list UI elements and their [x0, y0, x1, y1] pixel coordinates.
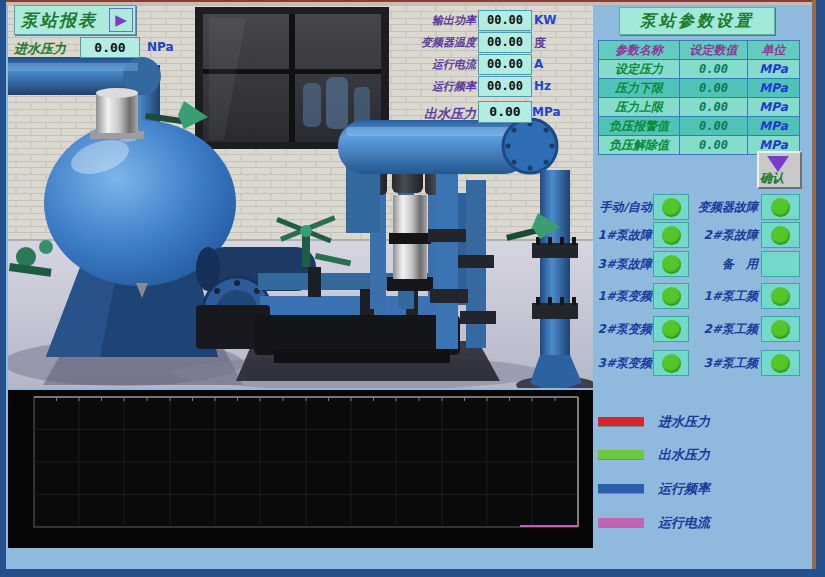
legend-swatch-inlet-pressure [598, 417, 644, 426]
param-table-header-unit: 单位 [748, 41, 800, 60]
legend-label-inlet-pressure: 进水压力 [658, 413, 710, 431]
inverter-temp-value: 00.00 [478, 32, 532, 53]
status-label-pump1-vfd: 1#泵变频 [582, 288, 652, 305]
param-table-header-value: 设定数值 [680, 41, 748, 60]
status-label-pump2-vfd: 2#泵变频 [582, 321, 652, 338]
trend-chart-plot [8, 390, 593, 548]
inlet-pressure-unit: NPa [147, 40, 174, 54]
status-label-pump3-mains: 3#泵工频 [686, 355, 758, 372]
inlet-pressure-label: 进水压力 [14, 40, 66, 58]
table-row: 压力下限 0.00 MPa [599, 79, 800, 98]
status-label-manual-auto: 手动/自动 [582, 199, 652, 216]
window-frame-left [0, 0, 6, 577]
status-label-pump3-vfd: 3#泵变频 [582, 355, 652, 372]
neg-pressure-release-input[interactable]: 0.00 [680, 136, 748, 155]
manifold-end-cap [503, 119, 557, 173]
legend-label-outlet-pressure: 出水压力 [658, 446, 710, 464]
window-frame-bottom [0, 569, 825, 577]
legend-label-running-current: 运行电流 [658, 514, 710, 532]
status-label-spare: 备 用 [686, 256, 758, 273]
legend-label-running-frequency: 运行频率 [658, 480, 710, 498]
lamp-pump1-mains [761, 283, 800, 309]
inlet-pressure-value: 0.00 [80, 37, 140, 58]
output-power-unit: KW [534, 13, 557, 27]
inverter-temp-label: 变频器温度 [421, 35, 476, 50]
report-button[interactable]: 泵站报表 ▶ [14, 5, 136, 35]
table-row: 负压报警值 0.00 MPa [599, 117, 800, 136]
lamp-inverter-fault [761, 194, 800, 220]
legend-swatch-running-current [598, 518, 644, 527]
trend-chart [8, 390, 593, 548]
pump-station-hmi: 泵站报表 ▶ 进水压力 0.00 NPa 输出功率 00.00 KW 变频器温度… [0, 0, 825, 577]
table-row: 设定压力 0.00 MPa [599, 60, 800, 79]
lamp-pump1-fault [653, 222, 689, 248]
running-frequency-label: 运行频率 [432, 79, 476, 94]
outlet-pressure-unit: MPa [532, 105, 561, 119]
param-table-header-name: 参数名称 [599, 41, 680, 60]
report-button-label: 泵站报表 [21, 9, 97, 32]
running-current-value: 00.00 [478, 54, 532, 75]
lamp-pump3-fault [653, 251, 689, 277]
settings-panel-title: 泵站参数设置 [619, 7, 775, 35]
running-frequency-unit: Hz [534, 79, 551, 93]
status-label-inverter-fault: 变频器故障 [686, 199, 758, 216]
table-row: 压力上限 0.00 MPa [599, 98, 800, 117]
status-label-pump3-fault: 3#泵故障 [582, 256, 652, 273]
window-frame-right [816, 0, 825, 577]
status-label-pump2-mains: 2#泵工频 [686, 321, 758, 338]
legend-swatch-running-frequency [598, 484, 644, 493]
running-current-label: 运行电流 [432, 57, 476, 72]
lamp-pump3-mains [761, 350, 800, 376]
pressure-high-limit-input[interactable]: 0.00 [680, 98, 748, 117]
output-power-value: 00.00 [478, 10, 532, 31]
inverter-temp-unit: 度 [534, 35, 546, 52]
neg-pressure-alarm-input[interactable]: 0.00 [680, 117, 748, 136]
status-label-pump1-fault: 1#泵故障 [582, 227, 652, 244]
play-icon[interactable]: ▶ [109, 8, 133, 32]
confirm-button[interactable]: 确认 [757, 151, 802, 189]
status-label-pump2-fault: 2#泵故障 [686, 227, 758, 244]
status-label-pump1-mains: 1#泵工频 [686, 288, 758, 305]
output-power-label: 输出功率 [432, 13, 476, 28]
running-frequency-value: 00.00 [478, 76, 532, 97]
outlet-pressure-label: 出水压力 [424, 105, 476, 123]
parameter-table: 参数名称 设定数值 单位 设定压力 0.00 MPa 压力下限 0.00 MPa… [598, 40, 800, 155]
lamp-manual-auto [653, 194, 689, 220]
scene-top-tan-line [6, 2, 812, 5]
confirm-button-label: 确认 [760, 170, 784, 187]
lamp-spare [761, 251, 800, 277]
lamp-pump3-vfd [653, 350, 689, 376]
lamp-pump2-vfd [653, 316, 689, 342]
lamp-pump2-fault [761, 222, 800, 248]
outlet-pressure-value: 0.00 [478, 101, 532, 123]
pressure-low-limit-input[interactable]: 0.00 [680, 79, 748, 98]
lamp-pump1-vfd [653, 283, 689, 309]
set-pressure-input[interactable]: 0.00 [680, 60, 748, 79]
lamp-pump2-mains [761, 316, 800, 342]
legend-swatch-outlet-pressure [598, 450, 644, 459]
running-current-unit: A [534, 57, 543, 71]
